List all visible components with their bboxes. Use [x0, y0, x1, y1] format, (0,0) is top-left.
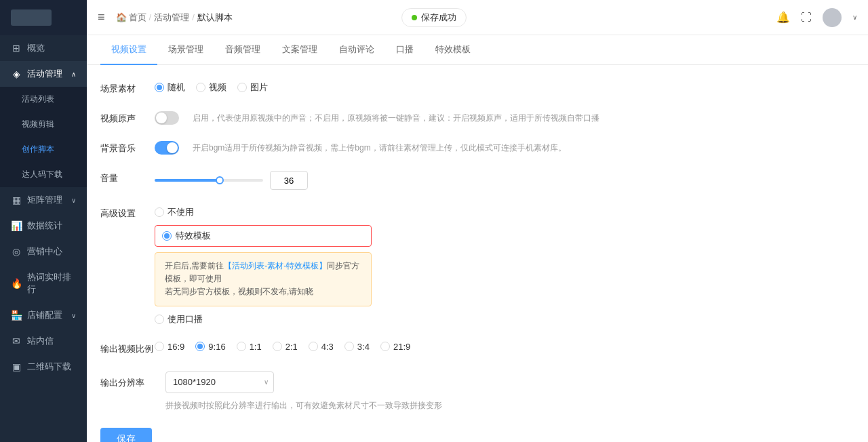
- radio-not-use[interactable]: 不使用: [155, 206, 194, 218]
- radio-special-circle: [162, 231, 172, 241]
- ratio-4-3-circle: [309, 342, 318, 351]
- matrix-icon: ▦: [11, 195, 22, 205]
- create-script-label: 创作脚本: [22, 144, 54, 155]
- advanced-content: 不使用 特效模板 开启后,需要前往【活动列表-素材-特效模板】同步官方模板，即: [155, 206, 854, 325]
- ratio-21-9[interactable]: 21:9: [380, 342, 410, 352]
- radio-random[interactable]: 随机: [155, 81, 185, 94]
- tab-oral[interactable]: 口播: [385, 35, 425, 65]
- marketing-icon: ◎: [11, 246, 22, 257]
- resolution-select-wrap: 1080*1920 720*1280 1920*1080 ∨: [165, 371, 274, 393]
- video-sound-label: 视频原声: [100, 111, 155, 125]
- activity-list-label: 活动列表: [22, 94, 54, 105]
- video-sound-content: 启用，代表使用原视频中的声音；不启用，原视频将被一键静音，建议：开启视频原声，适…: [155, 111, 854, 125]
- talent-download-label: 达人码下载: [22, 169, 62, 180]
- ratio-2-1-circle: [273, 342, 282, 351]
- store-left: 🏪 店铺配置: [11, 309, 62, 321]
- notice-highlight: 【活动列表-素材-特效模板】: [224, 261, 327, 270]
- ratio-1-1[interactable]: 1:1: [237, 342, 262, 352]
- sidebar-item-activity-list[interactable]: 活动列表: [0, 87, 87, 112]
- ratio-9-16[interactable]: 9:16: [195, 342, 225, 352]
- home-icon: 🏠: [116, 12, 127, 22]
- ratio-21-9-circle: [380, 342, 390, 351]
- header-center: 保存成功: [401, 8, 467, 27]
- output-ratio-row: 输出视频比例 16:9 9:16 1:1: [100, 342, 854, 355]
- ratio-group: 16:9 9:16 1:1 2:1: [155, 342, 410, 352]
- sidebar-item-qrcode[interactable]: ▣ 二维码下载: [0, 354, 87, 380]
- menu-icon[interactable]: ≡: [98, 10, 105, 24]
- tabs-bar: 视频设置 场景管理 音频管理 文案管理 自动评论 口播 特效模板: [87, 35, 868, 65]
- special-template-section: 特效模板 开启后,需要前往【活动列表-素材-特效模板】同步官方模板，即可使用 若…: [155, 225, 372, 306]
- sidebar-item-talent-download[interactable]: 达人码下载: [0, 162, 87, 187]
- activity-left: ◈ 活动管理: [11, 68, 62, 80]
- resolution-select[interactable]: 1080*1920 720*1280 1920*1080: [165, 371, 274, 393]
- ratio-16-9-label: 16:9: [167, 342, 184, 352]
- tab-auto-comment[interactable]: 自动评论: [328, 35, 385, 65]
- ratio-16-9[interactable]: 16:9: [155, 342, 184, 352]
- avatar[interactable]: [823, 8, 842, 27]
- save-success-label: 保存成功: [421, 12, 456, 24]
- sidebar-item-trending[interactable]: 🔥 热词实时排行: [0, 264, 87, 302]
- sidebar-item-create-script[interactable]: 创作脚本: [0, 137, 87, 162]
- activity-submenu: 活动列表 视频剪辑 创作脚本 达人码下载: [0, 87, 87, 187]
- ratio-2-1[interactable]: 2:1: [273, 342, 298, 352]
- sidebar-item-data[interactable]: 📊 数据统计: [0, 213, 87, 239]
- qrcode-icon: ▣: [11, 361, 22, 372]
- radio-image-circle: [237, 83, 247, 92]
- advanced-row: 高级设置 不使用 特效模板: [100, 206, 854, 325]
- sidebar-item-store[interactable]: 🏪 店铺配置 ∨: [0, 302, 87, 328]
- fullscreen-icon[interactable]: ⛶: [801, 12, 812, 24]
- form-area: 场景素材 随机 视频 图片: [87, 65, 868, 442]
- save-dot: [412, 15, 417, 20]
- radio-use-oral[interactable]: 使用口播: [155, 313, 203, 325]
- sidebar-item-activity[interactable]: ◈ 活动管理 ∧: [0, 61, 87, 87]
- tab-scene-mgmt[interactable]: 场景管理: [157, 35, 214, 65]
- radio-use-oral-circle: [155, 315, 164, 324]
- chevron-up-icon: ∧: [71, 71, 76, 78]
- sidebar-item-overview[interactable]: ⊞ 概览: [0, 35, 87, 61]
- bg-music-row: 背景音乐 开启bgm适用于所传视频为静音视频，需上传bgm，请前往素材管理上传，…: [100, 141, 854, 155]
- sidebar-item-video-edit[interactable]: 视频剪辑: [0, 112, 87, 137]
- notification-icon[interactable]: 🔔: [776, 11, 790, 24]
- breadcrumb-activity-label: 活动管理: [154, 12, 189, 24]
- sidebar-item-marketing[interactable]: ◎ 营销中心: [0, 239, 87, 264]
- ratio-4-3[interactable]: 4:3: [309, 342, 334, 352]
- ratio-3-4[interactable]: 3:4: [344, 342, 370, 352]
- radio-image-label: 图片: [250, 81, 268, 94]
- breadcrumb: 🏠 首页 / 活动管理 / 默认脚本: [116, 12, 233, 24]
- save-button-wrap: 保存: [100, 428, 854, 442]
- tab-special-template[interactable]: 特效模板: [425, 35, 481, 65]
- breadcrumb-sep1: /: [149, 12, 152, 22]
- tab-copy-mgmt[interactable]: 文案管理: [271, 35, 328, 65]
- save-button[interactable]: 保存: [100, 428, 152, 442]
- sidebar-item-matrix[interactable]: ▦ 矩阵管理 ∨: [0, 187, 87, 213]
- store-icon: 🏪: [11, 310, 22, 321]
- volume-slider[interactable]: [155, 179, 263, 182]
- slider-thumb: [216, 176, 224, 184]
- chevron-down-icon: ∨: [71, 197, 76, 204]
- sidebar-item-label: 概览: [27, 42, 45, 54]
- radio-special-label: 特效模板: [176, 230, 211, 242]
- output-ratio-content: 16:9 9:16 1:1 2:1: [155, 342, 854, 352]
- sidebar-logo: [0, 0, 87, 35]
- sidebar-item-label: 热词实时排行: [27, 271, 76, 296]
- avatar-chevron[interactable]: ∨: [852, 14, 857, 21]
- breadcrumb-activity[interactable]: 活动管理: [154, 12, 189, 24]
- breadcrumb-current: 默认脚本: [197, 12, 233, 24]
- scene-material-content: 随机 视频 图片: [155, 81, 854, 94]
- breadcrumb-home-label: 首页: [129, 12, 146, 24]
- radio-video[interactable]: 视频: [196, 81, 226, 94]
- ratio-4-3-label: 4:3: [321, 342, 334, 352]
- volume-input[interactable]: 36: [270, 171, 308, 190]
- bg-music-toggle[interactable]: [155, 141, 179, 155]
- radio-use-oral-label: 使用口播: [167, 313, 203, 325]
- radio-image[interactable]: 图片: [237, 81, 268, 94]
- tab-audio-mgmt[interactable]: 音频管理: [214, 35, 271, 65]
- resolution-hint-wrap: 拼接视频时按照此分辨率进行输出，可有效避免素材尺寸不一致导致拼接变形: [100, 397, 442, 411]
- video-sound-row: 视频原声 启用，代表使用原视频中的声音；不启用，原视频将被一键静音，建议：开启视…: [100, 111, 854, 125]
- activity-icon: ◈: [11, 68, 22, 79]
- video-sound-toggle[interactable]: [155, 111, 179, 125]
- inner-icon: ✉: [11, 336, 22, 346]
- breadcrumb-home[interactable]: 🏠 首页: [116, 12, 146, 24]
- tab-video-settings[interactable]: 视频设置: [100, 35, 157, 65]
- sidebar-item-inner[interactable]: ✉ 站内信: [0, 328, 87, 354]
